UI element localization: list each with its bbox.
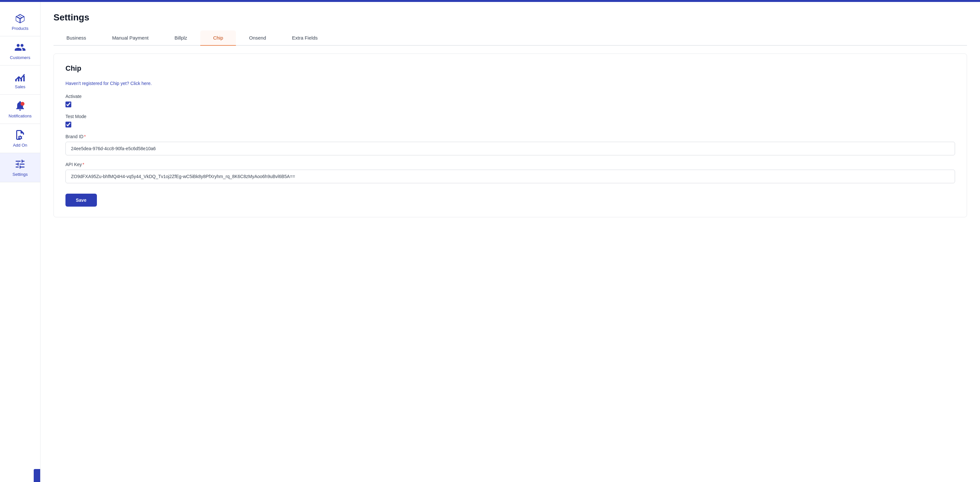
chip-card-title: Chip [65, 64, 955, 73]
top-accent-bar [0, 0, 980, 2]
activate-checkbox[interactable] [65, 102, 71, 107]
svg-rect-0 [15, 79, 17, 82]
sidebar-item-notifications[interactable]: Notifications [0, 95, 40, 124]
sidebar-item-products[interactable]: Products [0, 7, 40, 36]
brand-id-label: Brand ID* [65, 134, 955, 139]
box-icon [14, 12, 26, 24]
brand-id-input[interactable] [65, 142, 955, 155]
sidebar-item-sales[interactable]: Sales [0, 65, 40, 95]
sidebar-item-settings-label: Settings [13, 172, 28, 177]
sidebar-item-settings[interactable]: Settings [0, 153, 40, 182]
api-key-required-star: * [83, 162, 84, 167]
file-gear-icon [14, 129, 26, 141]
api-key-input[interactable] [65, 170, 955, 183]
tab-extra-fields[interactable]: Extra Fields [279, 30, 331, 46]
api-key-group: API Key* [65, 162, 955, 183]
main-content: Settings Business Manual Payment Billplz… [40, 2, 980, 482]
tabs-container: Business Manual Payment Billplz Chip Ons… [54, 30, 967, 46]
tab-manual-payment[interactable]: Manual Payment [99, 30, 162, 46]
bell-icon [14, 100, 26, 112]
svg-rect-3 [23, 76, 25, 81]
sidebar: Products Customers Sales Notifications [0, 2, 40, 482]
test-mode-group: Test Mode [65, 114, 955, 128]
register-chip-link[interactable]: Haven't registered for Chip yet? Click h… [65, 81, 152, 86]
svg-rect-1 [18, 77, 19, 82]
users-icon [14, 41, 26, 53]
tab-onsend[interactable]: Onsend [236, 30, 279, 46]
svg-rect-2 [21, 78, 22, 82]
brand-id-group: Brand ID* [65, 134, 955, 155]
chip-card: Chip Haven't registered for Chip yet? Cl… [54, 54, 967, 217]
chart-icon [14, 71, 26, 82]
svg-point-4 [21, 102, 25, 106]
test-mode-checkbox[interactable] [65, 121, 71, 128]
page-title: Settings [54, 12, 967, 23]
tab-chip[interactable]: Chip [200, 30, 236, 46]
sidebar-item-notifications-label: Notifications [9, 113, 32, 118]
tab-billplz[interactable]: Billplz [161, 30, 200, 46]
sidebar-item-customers-label: Customers [10, 55, 30, 60]
sidebar-item-addon-label: Add On [13, 143, 27, 148]
sidebar-item-customers[interactable]: Customers [0, 36, 40, 65]
sidebar-item-addon[interactable]: Add On [0, 124, 40, 153]
sidebar-bottom-accent [34, 469, 40, 482]
api-key-label: API Key* [65, 162, 955, 167]
tab-business[interactable]: Business [54, 30, 99, 46]
sidebar-item-products-label: Products [12, 26, 28, 31]
sidebar-item-sales-label: Sales [15, 85, 25, 89]
sliders-icon [14, 158, 26, 170]
activate-label: Activate [65, 94, 955, 99]
activate-group: Activate [65, 94, 955, 107]
brand-id-required-star: * [84, 134, 86, 139]
test-mode-label: Test Mode [65, 114, 955, 119]
save-button[interactable]: Save [65, 194, 97, 207]
